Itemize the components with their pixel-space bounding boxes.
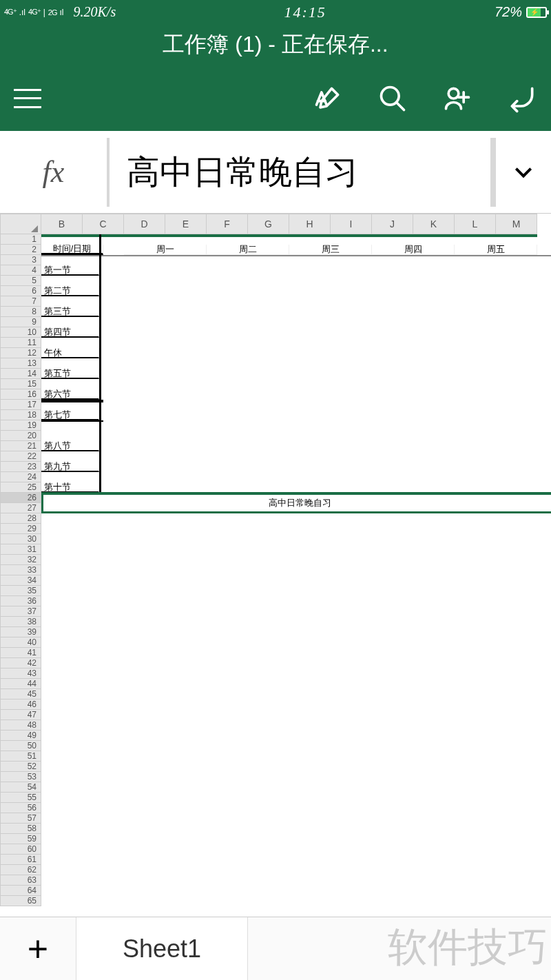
column-header[interactable]: D bbox=[124, 214, 165, 234]
cell[interactable]: 周三 bbox=[289, 245, 372, 255]
row-header[interactable]: 22 bbox=[0, 451, 41, 462]
row-header[interactable]: 48 bbox=[0, 720, 41, 731]
row-header[interactable]: 50 bbox=[0, 741, 41, 751]
row-header[interactable]: 14 bbox=[0, 369, 41, 379]
row-header[interactable]: 32 bbox=[0, 555, 41, 565]
row-header[interactable]: 20 bbox=[0, 431, 41, 441]
cell[interactable]: 第九节 bbox=[41, 462, 99, 472]
row-header[interactable]: 10 bbox=[0, 327, 41, 338]
row-header[interactable]: 39 bbox=[0, 627, 41, 637]
row-header[interactable]: 51 bbox=[0, 751, 41, 762]
row-header[interactable]: 13 bbox=[0, 358, 41, 369]
row-header[interactable]: 60 bbox=[0, 844, 41, 855]
row-header[interactable]: 46 bbox=[0, 700, 41, 710]
column-header[interactable]: E bbox=[165, 214, 207, 234]
row-header[interactable]: 8 bbox=[0, 307, 41, 317]
row-header[interactable]: 6 bbox=[0, 286, 41, 296]
row-header[interactable]: 34 bbox=[0, 575, 41, 586]
row-header[interactable]: 38 bbox=[0, 617, 41, 627]
row-header[interactable]: 30 bbox=[0, 534, 41, 544]
row-header[interactable]: 17 bbox=[0, 400, 41, 410]
cell[interactable]: 时间/日期 bbox=[41, 245, 103, 255]
row-header[interactable]: 57 bbox=[0, 813, 41, 824]
row-header[interactable]: 42 bbox=[0, 658, 41, 668]
row-header[interactable]: 27 bbox=[0, 503, 41, 513]
column-header[interactable]: G bbox=[248, 214, 289, 234]
row-header[interactable]: 1 bbox=[0, 234, 41, 245]
column-header[interactable]: L bbox=[455, 214, 496, 234]
row-header[interactable]: 44 bbox=[0, 679, 41, 689]
cell[interactable]: 第四节 bbox=[41, 327, 99, 338]
column-header[interactable]: B bbox=[41, 214, 83, 234]
search-icon[interactable] bbox=[377, 83, 408, 114]
formula-expand-button[interactable] bbox=[496, 161, 551, 183]
row-header[interactable]: 29 bbox=[0, 524, 41, 534]
row-header[interactable]: 12 bbox=[0, 348, 41, 358]
row-header[interactable]: 23 bbox=[0, 462, 41, 472]
row-header[interactable]: 63 bbox=[0, 875, 41, 886]
row-header[interactable]: 52 bbox=[0, 762, 41, 772]
undo-icon[interactable] bbox=[507, 83, 537, 114]
cell[interactable]: 第一节 bbox=[41, 265, 99, 276]
cell[interactable]: 周四 bbox=[372, 245, 455, 255]
row-header[interactable]: 61 bbox=[0, 855, 41, 865]
sheet-tab-active[interactable]: Sheet1 bbox=[76, 917, 248, 980]
row-header[interactable]: 26 bbox=[0, 493, 41, 503]
menu-button[interactable] bbox=[14, 89, 41, 108]
row-header[interactable]: 2 bbox=[0, 245, 41, 255]
row-header[interactable]: 64 bbox=[0, 886, 41, 896]
row-header[interactable]: 18 bbox=[0, 410, 41, 420]
spreadsheet-grid[interactable]: BCDEFGHIJKLM 123456789101112131415161718… bbox=[0, 214, 551, 917]
row-header[interactable]: 31 bbox=[0, 544, 41, 555]
row-header[interactable]: 25 bbox=[0, 482, 41, 493]
column-header[interactable]: M bbox=[496, 214, 537, 234]
cell[interactable]: 第三节 bbox=[41, 307, 99, 317]
column-header[interactable]: F bbox=[207, 214, 248, 234]
column-header[interactable]: K bbox=[413, 214, 455, 234]
cell[interactable]: 第五节 bbox=[41, 369, 99, 379]
row-header[interactable]: 7 bbox=[0, 296, 41, 307]
row-header[interactable]: 47 bbox=[0, 710, 41, 720]
row-header[interactable]: 15 bbox=[0, 379, 41, 389]
edit-icon[interactable] bbox=[313, 83, 343, 114]
row-header[interactable]: 33 bbox=[0, 565, 41, 575]
row-header[interactable]: 54 bbox=[0, 782, 41, 793]
cell[interactable]: 第六节 bbox=[41, 389, 99, 400]
cell[interactable]: 第七节 bbox=[41, 410, 99, 420]
row-header[interactable]: 59 bbox=[0, 834, 41, 844]
row-header[interactable]: 4 bbox=[0, 265, 41, 276]
row-header[interactable]: 55 bbox=[0, 793, 41, 803]
row-header[interactable]: 19 bbox=[0, 420, 41, 431]
cell[interactable]: 周五 bbox=[455, 245, 537, 255]
row-header[interactable]: 11 bbox=[0, 338, 41, 348]
cell[interactable]: 周一 bbox=[124, 245, 207, 255]
cell[interactable]: 周二 bbox=[207, 245, 289, 255]
row-header[interactable]: 5 bbox=[0, 276, 41, 286]
row-header[interactable]: 24 bbox=[0, 472, 41, 482]
column-header[interactable]: C bbox=[83, 214, 124, 234]
row-header[interactable]: 56 bbox=[0, 803, 41, 813]
cell[interactable]: 第二节 bbox=[41, 286, 99, 296]
row-header[interactable]: 58 bbox=[0, 824, 41, 834]
row-header[interactable]: 43 bbox=[0, 668, 41, 679]
formula-input[interactable]: 高中日常晚自习 bbox=[110, 140, 490, 205]
share-icon[interactable] bbox=[442, 83, 472, 114]
row-header[interactable]: 16 bbox=[0, 389, 41, 400]
row-header[interactable]: 3 bbox=[0, 255, 41, 265]
cell[interactable]: 第十节 bbox=[41, 482, 99, 493]
column-header[interactable]: J bbox=[372, 214, 413, 234]
fx-label[interactable]: fx bbox=[0, 154, 107, 190]
row-header[interactable]: 49 bbox=[0, 731, 41, 741]
row-header[interactable]: 36 bbox=[0, 596, 41, 606]
row-header[interactable]: 21 bbox=[0, 441, 41, 451]
select-all-corner[interactable] bbox=[0, 214, 41, 234]
row-header[interactable]: 65 bbox=[0, 896, 41, 906]
add-sheet-button[interactable]: + bbox=[0, 917, 76, 980]
row-header[interactable]: 41 bbox=[0, 648, 41, 658]
row-header[interactable]: 45 bbox=[0, 689, 41, 700]
row-header[interactable]: 35 bbox=[0, 586, 41, 596]
cell[interactable]: 午休 bbox=[41, 348, 99, 358]
column-header[interactable]: I bbox=[331, 214, 372, 234]
selected-cell[interactable]: 高中日常晚自习 bbox=[41, 493, 551, 513]
row-header[interactable]: 37 bbox=[0, 606, 41, 617]
